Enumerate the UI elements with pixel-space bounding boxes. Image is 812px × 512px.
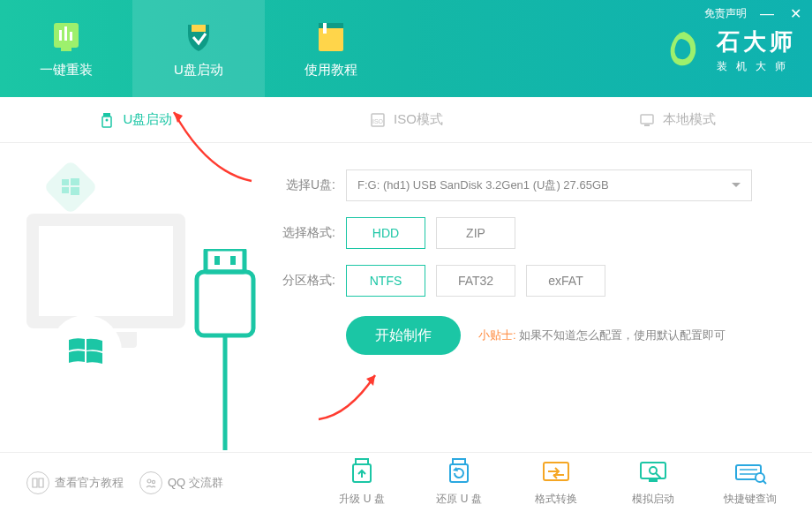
svg-rect-23 xyxy=(197,272,253,335)
svg-rect-4 xyxy=(61,48,71,51)
svg-rect-10 xyxy=(102,117,111,127)
subtab-label: U盘启动 xyxy=(123,111,172,128)
iso-icon: ISO xyxy=(369,111,387,129)
svg-point-28 xyxy=(152,480,154,483)
footer-link-label: QQ 交流群 xyxy=(168,475,223,491)
footer-link-label: 查看官方教程 xyxy=(55,475,124,491)
header-tab-label: 一键重装 xyxy=(40,62,93,79)
brand: 石大师 装机大师 xyxy=(662,26,796,74)
disclaimer-link[interactable]: 免责声明 xyxy=(704,6,747,21)
boot-format-hdd[interactable]: HDD xyxy=(346,217,425,249)
header-tab-usb[interactable]: U盘启动 xyxy=(132,0,265,97)
svg-rect-37 xyxy=(649,479,658,482)
svg-text:ISO: ISO xyxy=(372,118,384,124)
brand-title: 石大师 xyxy=(717,26,796,57)
keyboard-search-icon xyxy=(733,458,767,486)
tip-text: 小贴士: 如果不知道怎么配置，使用默认配置即可 xyxy=(478,328,726,343)
subtab-label: ISO模式 xyxy=(394,111,443,128)
main-panel: 选择U盘: F:G: (hd1) USB SanDisk 3.2Gen1 (U盘… xyxy=(0,143,812,452)
header-bar: 一键重装 U盘启动 使用教程 石大师 装机大师 免责声明 — ✕ xyxy=(0,0,812,97)
header-tab-tutorial[interactable]: 使用教程 xyxy=(265,0,397,97)
svg-rect-3 xyxy=(70,32,72,41)
simulate-boot-icon xyxy=(636,458,670,486)
monitor-graphic xyxy=(26,214,185,328)
upgrade-usb-icon xyxy=(345,458,379,486)
usb-icon xyxy=(98,111,116,129)
header-tab-label: 使用教程 xyxy=(304,62,357,79)
svg-rect-1 xyxy=(59,30,62,41)
subtab-local[interactable]: 本地模式 xyxy=(541,97,812,142)
tip-badge: 小贴士: xyxy=(478,328,516,342)
svg-point-36 xyxy=(650,467,657,474)
header-tab-label: U盘启动 xyxy=(174,62,223,79)
boot-format-zip[interactable]: ZIP xyxy=(436,217,515,249)
windows-logo-icon xyxy=(49,315,122,388)
illustration xyxy=(26,161,256,443)
tool-label: 升级 U 盘 xyxy=(339,492,384,507)
subtab-usb-boot[interactable]: U盘启动 xyxy=(0,97,271,142)
monitor-icon xyxy=(638,111,656,129)
sub-tabs: U盘启动 ISO ISO模式 本地模式 xyxy=(0,97,812,143)
subtab-label: 本地模式 xyxy=(663,111,716,128)
svg-rect-5 xyxy=(192,25,206,32)
tip-content: 如果不知道怎么配置，使用默认配置即可 xyxy=(519,328,726,342)
svg-rect-2 xyxy=(64,26,67,41)
svg-point-11 xyxy=(106,118,109,121)
people-icon xyxy=(139,471,162,494)
partition-format-ntfs[interactable]: NTFS xyxy=(346,265,425,297)
start-create-button[interactable]: 开始制作 xyxy=(346,316,461,355)
book-icon xyxy=(312,19,350,55)
tool-label: 格式转换 xyxy=(535,492,577,507)
tool-upgrade-usb[interactable]: 升级 U 盘 xyxy=(327,458,397,507)
svg-rect-22 xyxy=(230,256,236,265)
minimize-button[interactable]: — xyxy=(759,6,775,22)
reinstall-icon xyxy=(47,19,86,55)
partition-format-fat32[interactable]: FAT32 xyxy=(436,265,515,297)
udisk-select[interactable]: F:G: (hd1) USB SanDisk 3.2Gen1 (U盘) 27.6… xyxy=(346,169,752,201)
format-convert-icon xyxy=(539,458,573,486)
brand-logo-icon xyxy=(662,28,706,72)
svg-rect-21 xyxy=(214,256,220,265)
tool-format-convert[interactable]: 格式转换 xyxy=(521,458,591,507)
tool-restore-usb[interactable]: 还原 U 盘 xyxy=(424,458,494,507)
svg-rect-15 xyxy=(644,124,650,126)
close-button[interactable]: ✕ xyxy=(787,5,803,22)
svg-rect-17 xyxy=(71,178,79,185)
svg-rect-32 xyxy=(450,464,468,482)
restore-usb-icon xyxy=(442,458,476,486)
footer-bar: 查看官方教程 QQ 交流群 升级 U 盘 还原 U 盘 格式转换 模拟启动 快 xyxy=(0,452,812,512)
tool-label: 还原 U 盘 xyxy=(436,492,481,507)
tool-label: 模拟启动 xyxy=(632,492,674,507)
svg-rect-14 xyxy=(641,115,653,124)
svg-line-42 xyxy=(763,480,766,484)
select-udisk-label: 选择U盘: xyxy=(274,177,335,193)
svg-rect-18 xyxy=(62,187,69,193)
svg-rect-8 xyxy=(323,23,327,34)
usb-shield-icon xyxy=(179,19,218,55)
qq-group-link[interactable]: QQ 交流群 xyxy=(139,471,223,494)
usb-plug-icon xyxy=(190,249,260,452)
svg-rect-7 xyxy=(319,23,343,28)
tool-label: 快捷键查询 xyxy=(724,492,777,507)
official-tutorial-link[interactable]: 查看官方教程 xyxy=(26,471,124,494)
tool-hotkey-query[interactable]: 快捷键查询 xyxy=(715,458,786,507)
subtab-iso[interactable]: ISO ISO模式 xyxy=(271,97,542,142)
header-tab-reinstall[interactable]: 一键重装 xyxy=(0,0,132,97)
brand-subtitle: 装机大师 xyxy=(717,59,796,74)
partition-format-exfat[interactable]: exFAT xyxy=(526,265,605,297)
partition-format-label: 分区格式: xyxy=(274,273,335,289)
windows-diamond-icon xyxy=(43,160,98,215)
tool-simulate-boot[interactable]: 模拟启动 xyxy=(618,458,688,507)
book-open-icon xyxy=(26,471,49,494)
svg-rect-16 xyxy=(62,179,69,185)
svg-rect-19 xyxy=(71,187,79,195)
boot-format-label: 选择格式: xyxy=(274,225,335,241)
svg-rect-35 xyxy=(641,463,665,478)
svg-rect-20 xyxy=(206,249,244,272)
udisk-select-value: F:G: (hd1) USB SanDisk 3.2Gen1 (U盘) 27.6… xyxy=(357,177,609,193)
svg-point-27 xyxy=(147,479,151,483)
